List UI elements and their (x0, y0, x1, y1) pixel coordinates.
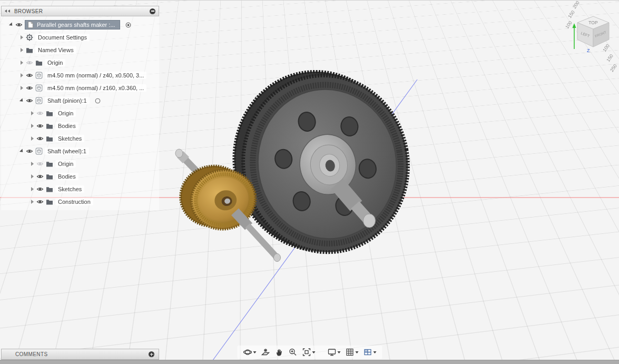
bottom-edge-strip (0, 360, 619, 364)
expand-arrow-icon[interactable] (28, 174, 36, 179)
expand-arrow-icon[interactable] (28, 136, 36, 141)
comments-title: COMMENTS (15, 351, 48, 357)
folder-icon (46, 198, 53, 205)
component-icon (35, 84, 43, 92)
expand-arrow-icon[interactable] (7, 23, 15, 27)
y-axis-arrowhead (573, 23, 576, 28)
pan-button[interactable] (273, 347, 285, 358)
browser-item-wheel-sketches[interactable]: Sketches (1, 183, 159, 195)
expand-arrow-icon[interactable] (18, 61, 26, 65)
browser-item-shaft-pinion[interactable]: Shaft (pinion):1 (1, 94, 159, 107)
browser-item-wheel-bodies[interactable]: Bodies (1, 170, 159, 183)
activate-radio-icon[interactable] (94, 97, 101, 104)
folder-icon (46, 160, 53, 168)
browser-item-label: Document Settings (35, 34, 90, 41)
browser-item-shaft-wheel[interactable]: Shaft (wheel):1 (1, 145, 159, 158)
browser-item-label: Bodies (55, 122, 78, 130)
browser-item-label: Origin (55, 110, 76, 117)
eye-visible-icon[interactable] (26, 97, 33, 104)
expand-arrow-icon[interactable] (28, 162, 36, 166)
eye-hidden-icon[interactable] (26, 59, 33, 66)
expand-arrow-icon[interactable] (28, 111, 36, 115)
viewports-icon (363, 348, 372, 357)
eye-visible-icon[interactable] (36, 198, 44, 205)
orbit-button[interactable] (241, 347, 258, 358)
orbit-icon (243, 348, 252, 357)
browser-item-label: Construction (55, 198, 93, 205)
expand-arrow-icon[interactable] (18, 99, 26, 103)
expand-arrow-icon[interactable] (28, 124, 36, 128)
browser-item-gear-z40[interactable]: m4.50 mm (normal) / z40, x0.500, 3... (1, 69, 159, 82)
browser-item-origin[interactable]: Origin (1, 56, 159, 69)
dropdown-caret-icon (312, 351, 315, 353)
expand-comments-icon[interactable] (149, 351, 154, 357)
folder-icon (46, 110, 53, 117)
expand-arrow-icon[interactable] (18, 35, 26, 40)
eye-visible-icon[interactable] (26, 84, 33, 92)
browser-panel: BROWSER Parallel gears shafts maker :...… (1, 6, 159, 210)
activate-radio-icon[interactable] (125, 22, 132, 28)
browser-item-label: Sketches (55, 135, 84, 142)
eye-visible-icon[interactable] (26, 72, 33, 79)
eye-visible-icon[interactable] (36, 135, 44, 142)
browser-item-label: m4.50 mm (normal) / z40, x0.500, 3... (45, 72, 146, 79)
browser-item-label: Origin (45, 59, 65, 66)
browser-title: BROWSER (14, 8, 43, 14)
eye-visible-icon[interactable] (36, 185, 44, 193)
expand-arrow-icon[interactable] (18, 86, 26, 90)
browser-item-root-document[interactable]: Parallel gears shafts maker :... (1, 18, 159, 31)
expand-arrow-icon[interactable] (28, 200, 36, 204)
document-icon (27, 21, 34, 28)
expand-arrow-icon[interactable] (28, 187, 36, 191)
browser-item-pinion-sketches[interactable]: Sketches (1, 132, 159, 145)
selected-item-highlight: Parallel gears shafts maker :... (25, 20, 120, 29)
browser-item-label: m4.50 mm (normal) / z160, x0.360, ... (45, 84, 146, 92)
browser-item-label: Shaft (pinion):1 (45, 97, 90, 104)
eye-hidden-icon[interactable] (36, 110, 44, 117)
fit-icon (302, 348, 311, 357)
component-icon (35, 147, 43, 155)
browser-item-gear-z160[interactable]: m4.50 mm (normal) / z160, x0.360, ... (1, 82, 159, 94)
eye-visible-icon[interactable] (15, 21, 23, 28)
folder-icon (46, 173, 53, 180)
eye-visible-icon[interactable] (26, 147, 33, 155)
expand-arrow-icon[interactable] (18, 48, 26, 52)
minimize-panel-icon[interactable] (150, 8, 155, 14)
browser-item-label: Sketches (55, 185, 84, 193)
browser-item-wheel-origin[interactable]: Origin (1, 158, 159, 170)
dropdown-caret-icon (253, 351, 256, 353)
display-settings-icon (327, 348, 336, 357)
fusion-window: TOP LEFT FRONT Z 200 150 100 100 150 250… (0, 0, 619, 364)
browser-item-pinion-origin[interactable]: Origin (1, 107, 159, 120)
look-at-button[interactable] (259, 347, 271, 358)
gear-icon (26, 34, 33, 41)
comments-bar[interactable]: COMMENTS (1, 349, 159, 360)
eye-hidden-icon[interactable] (36, 160, 44, 168)
expand-arrow-icon[interactable] (18, 73, 26, 77)
dropdown-caret-icon (337, 351, 340, 353)
expand-arrow-icon[interactable] (18, 149, 26, 153)
pan-hand-icon (274, 348, 283, 357)
fit-button[interactable] (300, 347, 317, 358)
collapse-panel-icon[interactable] (5, 9, 11, 13)
browser-item-document-settings[interactable]: Document Settings (1, 31, 159, 44)
browser-item-wheel-construction[interactable]: Construction (1, 195, 159, 208)
browser-item-label: Origin (55, 160, 76, 168)
grid-and-snaps-button[interactable] (343, 347, 360, 358)
browser-item-pinion-bodies[interactable]: Bodies (1, 120, 159, 132)
browser-item-label: Named Views (35, 46, 76, 54)
browser-item-label: Shaft (wheel):1 (45, 147, 89, 155)
folder-icon (46, 122, 53, 130)
viewcube-top-label: TOP (588, 20, 598, 25)
view-cube[interactable]: TOP LEFT FRONT Z (571, 9, 616, 55)
folder-icon (35, 59, 43, 66)
dropdown-caret-icon (373, 351, 376, 353)
zoom-magnifier-icon (288, 348, 297, 357)
display-settings-button[interactable] (326, 347, 342, 358)
eye-visible-icon[interactable] (36, 122, 44, 130)
eye-visible-icon[interactable] (36, 173, 44, 180)
zoom-button[interactable] (287, 347, 299, 358)
browser-item-named-views[interactable]: Named Views (1, 44, 159, 56)
look-at-icon (261, 348, 270, 357)
viewports-button[interactable] (361, 347, 378, 358)
